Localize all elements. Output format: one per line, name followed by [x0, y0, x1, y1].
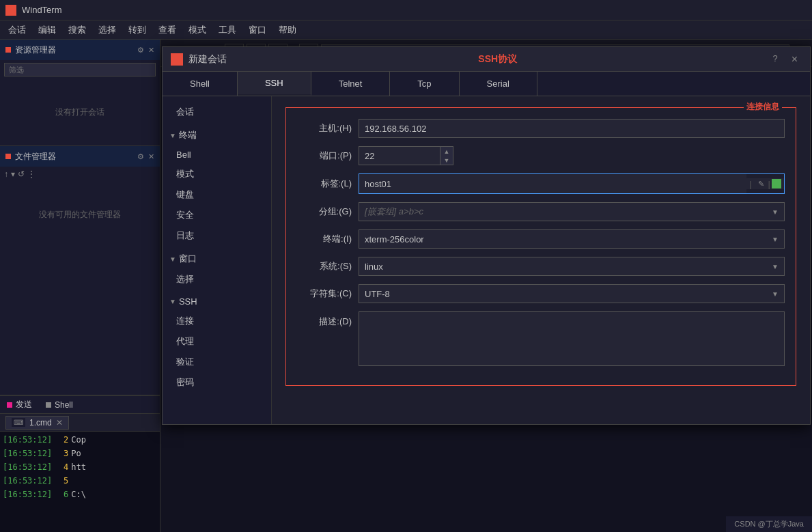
file-manager-icons: ⚙ ✕: [137, 152, 154, 161]
port-input[interactable]: [359, 146, 440, 165]
port-spinners: ▲ ▼: [440, 146, 453, 165]
nav-group-window[interactable]: ▼ 窗口: [163, 249, 271, 269]
tag-input-wrap: | ✎ |: [359, 173, 785, 194]
nav-item-mode[interactable]: 模式: [163, 164, 271, 184]
log-content-1: Cop: [71, 433, 86, 447]
menu-mode[interactable]: 模式: [183, 22, 212, 38]
log-timestamp-2: [16:53:12]: [3, 447, 52, 460]
log-linenum-4: 5: [55, 474, 68, 488]
log-line-1: [16:53:12] 2 Cop: [3, 433, 157, 447]
nav-item-keyboard[interactable]: 键盘: [163, 184, 271, 205]
port-up-button[interactable]: ▲: [440, 147, 453, 156]
send-tab[interactable]: 发送: [0, 396, 39, 413]
charset-value: UTF-8: [365, 289, 390, 299]
nav-group-terminal[interactable]: ▼ 终端: [163, 125, 271, 145]
nav-item-auth[interactable]: 验证: [163, 352, 271, 372]
up-icon[interactable]: ↑: [4, 169, 8, 179]
menu-goto[interactable]: 转到: [123, 22, 152, 38]
file-gear-icon[interactable]: ⚙: [137, 152, 144, 161]
nav-section-session: 会话: [163, 102, 271, 122]
port-down-button[interactable]: ▼: [440, 156, 453, 165]
log-linenum-2: 3: [55, 447, 68, 460]
ssh-triangle-icon: ▼: [169, 298, 176, 305]
divider: |: [749, 179, 754, 189]
tab-telnet[interactable]: Telnet: [311, 72, 391, 96]
nav-item-session[interactable]: 会话: [163, 102, 271, 122]
dialog-help-button[interactable]: ?: [768, 52, 781, 67]
system-select[interactable]: linux ▼: [359, 257, 785, 276]
menu-select[interactable]: 选择: [93, 22, 122, 38]
log-line-3: [16:53:12] 4 htt: [3, 460, 157, 474]
desc-input[interactable]: [359, 311, 785, 366]
shell-tab-dot: [46, 402, 51, 408]
bottom-file-header: ⌨ 1.cmd ✕: [0, 414, 160, 432]
shell-tab[interactable]: Shell: [39, 397, 80, 412]
close-icon[interactable]: ✕: [148, 46, 154, 55]
log-line-4: [16:53:12] 5: [3, 474, 157, 488]
resource-manager-filter: [0, 60, 160, 79]
nav-section-window: ▼ 窗口 选择: [163, 249, 271, 290]
log-area: [16:53:12] 2 Cop [16:53:12] 3 Po [16:53:…: [0, 432, 160, 503]
terminal-select[interactable]: xterm-256color ▼: [359, 229, 785, 249]
terminal-value: xterm-256color: [365, 234, 424, 244]
resource-filter-input[interactable]: [4, 63, 156, 76]
desc-field-row: 描述:(D): [297, 311, 785, 366]
nav-item-select[interactable]: 选择: [163, 269, 271, 290]
menu-help[interactable]: 帮助: [273, 22, 302, 38]
divider2: |: [768, 179, 770, 189]
file-manager-label: 文件管理器: [15, 151, 56, 163]
group-select[interactable]: [嵌套组] a>b>c ▼: [359, 202, 785, 221]
dialog-close-button[interactable]: ×: [787, 52, 802, 67]
dialog-nav: 会话 ▼ 终端 Bell 模式 键盘 安全 日志: [163, 96, 272, 424]
menu-session[interactable]: 会话: [3, 22, 31, 38]
tab-serial[interactable]: Serial: [460, 72, 537, 96]
title-bar: WindTerm: [0, 0, 812, 20]
file-manager-dot: [5, 154, 11, 159]
tab-ssh[interactable]: SSH: [238, 72, 311, 96]
dropdown-icon[interactable]: ▾: [11, 169, 15, 179]
system-field-row: 系统:(S) linux ▼: [297, 257, 785, 276]
log-line-5: [16:53:12] 6 C:\: [3, 488, 157, 501]
log-content-2: Po: [71, 447, 81, 460]
gear-icon[interactable]: ⚙: [137, 46, 144, 55]
nav-group-ssh[interactable]: ▼ SSH: [163, 292, 271, 311]
tab-tcp[interactable]: Tcp: [390, 72, 459, 96]
file-tab-label: 1.cmd: [29, 418, 52, 428]
system-label: 系统:(S): [297, 260, 359, 272]
log-line-2: [16:53:12] 3 Po: [3, 447, 157, 460]
system-value: linux: [365, 262, 383, 272]
dialog-overlay: 新建会话 SSH协议 ? × Shell SSH: [160, 40, 812, 532]
host-input[interactable]: [359, 119, 785, 138]
color-picker-icon[interactable]: [772, 179, 781, 188]
nav-item-security[interactable]: 安全: [163, 205, 271, 225]
nav-item-bell[interactable]: Bell: [163, 145, 271, 164]
more-icon[interactable]: ⋮: [27, 169, 36, 179]
file-close-icon[interactable]: ✕: [148, 152, 154, 161]
group-dropdown-icon: ▼: [772, 208, 779, 216]
dialog-title: 新建会话: [188, 53, 227, 66]
dialog-title-left: 新建会话: [171, 53, 227, 66]
file-manager-empty: 没有可用的文件管理器: [0, 182, 160, 248]
nav-item-proxy[interactable]: 代理: [163, 331, 271, 352]
menu-tools[interactable]: 工具: [213, 22, 242, 38]
resource-manager-label: 资源管理器: [15, 44, 56, 56]
nav-item-connection[interactable]: 连接: [163, 311, 271, 331]
tag-edit-icon[interactable]: ✎: [756, 178, 767, 189]
nav-item-password[interactable]: 密码: [163, 372, 271, 393]
port-input-group: ▲ ▼: [359, 146, 453, 165]
nav-item-log[interactable]: 日志: [163, 225, 271, 246]
menu-view[interactable]: 查看: [153, 22, 182, 38]
port-label: 端口:(P): [297, 150, 359, 162]
host-label: 主机:(H): [297, 122, 359, 135]
tab-shell[interactable]: Shell: [163, 72, 238, 96]
charset-select[interactable]: UTF-8 ▼: [359, 284, 785, 303]
tag-input[interactable]: [359, 174, 746, 193]
file-tab-close[interactable]: ✕: [56, 418, 63, 428]
menu-edit[interactable]: 编辑: [33, 22, 61, 38]
dialog-body: 会话 ▼ 终端 Bell 模式 键盘 安全 日志: [163, 96, 810, 424]
refresh-icon[interactable]: ↺: [18, 169, 25, 179]
protocol-tabs: Shell SSH Telnet Tcp Serial: [163, 72, 810, 96]
menu-window[interactable]: 窗口: [243, 22, 272, 38]
send-tab-dot: [7, 402, 12, 408]
menu-search[interactable]: 搜索: [63, 22, 92, 38]
